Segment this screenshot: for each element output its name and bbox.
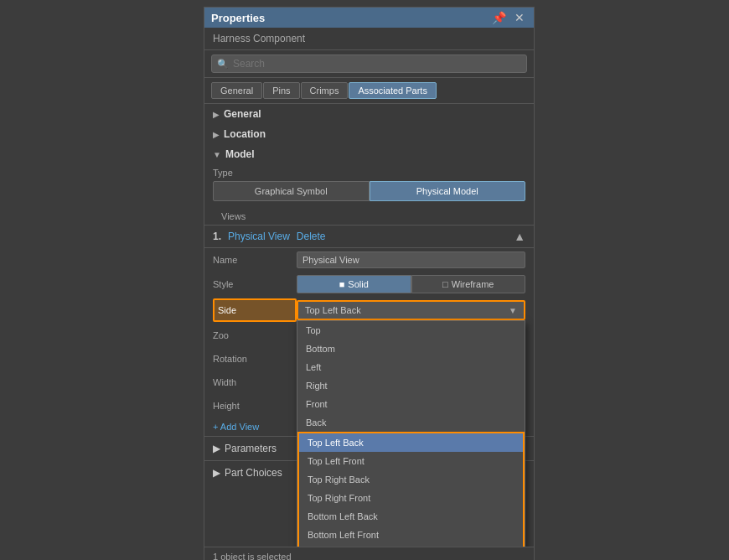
type-buttons: Graphical Symbol Physical Model [213, 181, 525, 201]
model-label: Model [225, 148, 255, 160]
height-label: Height [213, 394, 297, 417]
view-header: 1. Physical View Delete ▲ [204, 225, 534, 248]
parameters-label: Parameters [225, 443, 277, 454]
title-bar: Properties 📌 ✕ [204, 8, 534, 28]
location-label: Location [224, 128, 266, 140]
search-input-wrap: 🔍 [211, 54, 527, 73]
type-btn-physical[interactable]: Physical Model [370, 181, 526, 201]
dropdown-item-top-right-front[interactable]: Top Right Front [299, 489, 523, 507]
side-dropdown-value: Top Left Back [305, 305, 361, 315]
dropdown-item-left[interactable]: Left [297, 358, 525, 376]
close-button[interactable]: ✕ [512, 11, 527, 24]
side-dropdown-wrap: Top Left Back ▼ Top Bottom Left Right Fr… [297, 300, 525, 320]
view-header-left: 1. Physical View Delete [213, 231, 326, 242]
style-label: Style [213, 272, 297, 297]
location-arrow-icon: ▶ [213, 130, 220, 139]
general-label: General [224, 108, 261, 120]
wireframe-icon: □ [442, 279, 448, 289]
title-bar-controls: 📌 ✕ [489, 11, 527, 24]
panel-footer: 1 object is selected [204, 547, 534, 560]
view-delete-btn[interactable]: Delete [297, 231, 326, 242]
search-bar: 🔍 [204, 50, 534, 78]
model-arrow-icon: ▼ [213, 150, 221, 159]
views-label: Views [213, 208, 525, 225]
part-choices-label: Part Choices [225, 467, 282, 479]
rotation-label: Rotation [213, 347, 297, 371]
search-input[interactable] [233, 58, 521, 70]
wireframe-label: Wireframe [452, 279, 494, 289]
dropdown-orange-group: Top Left Back Top Left Front Top Right B… [297, 432, 525, 547]
tab-associated-parts[interactable]: Associated Parts [349, 82, 437, 99]
add-view-label: + Add View [213, 422, 259, 432]
panel-subtitle: Harness Component [204, 28, 534, 50]
dropdown-arrow-icon: ▼ [509, 306, 517, 315]
solid-icon: ■ [339, 279, 345, 289]
dropdown-item-bottom-left-front[interactable]: Bottom Left Front [299, 526, 523, 544]
section-general[interactable]: ▶ General [204, 104, 534, 124]
section-model[interactable]: ▼ Model [204, 144, 534, 164]
style-wireframe-btn[interactable]: □ Wireframe [411, 275, 526, 293]
dropdown-item-right[interactable]: Right [297, 376, 525, 395]
parameters-arrow-icon: ▶ [213, 443, 220, 454]
zoom-label: Zoo [213, 324, 297, 347]
side-label: Side [213, 298, 297, 322]
tab-pins[interactable]: Pins [263, 82, 299, 99]
pin-button[interactable]: 📌 [489, 11, 509, 24]
name-value [297, 248, 525, 272]
part-choices-arrow-icon: ▶ [213, 467, 220, 479]
type-btn-graphical[interactable]: Graphical Symbol [213, 181, 370, 201]
name-field[interactable] [297, 251, 525, 268]
tab-crimps[interactable]: Crimps [301, 82, 349, 99]
style-solid-btn[interactable]: ■ Solid [297, 275, 411, 293]
dropdown-item-front[interactable]: Front [297, 395, 525, 413]
footer-status: 1 object is selected [213, 552, 292, 560]
side-dropdown-btn[interactable]: Top Left Back ▼ [297, 300, 525, 320]
dropdown-item-top[interactable]: Top [297, 321, 525, 340]
dropdown-item-top-right-back[interactable]: Top Right Back [299, 470, 523, 489]
model-section: Type Graphical Symbol Physical Model Vie… [204, 164, 534, 225]
style-value: ■ Solid □ Wireframe [297, 272, 525, 297]
properties-panel: Properties 📌 ✕ Harness Component 🔍 Gener… [204, 7, 535, 560]
name-label: Name [213, 248, 297, 272]
search-icon: 🔍 [217, 59, 229, 70]
dropdown-item-top-left-front[interactable]: Top Left Front [299, 452, 523, 470]
style-buttons: ■ Solid □ Wireframe [297, 275, 525, 293]
view-chevron-icon[interactable]: ▲ [514, 230, 525, 243]
view-num: 1. [213, 231, 221, 242]
dropdown-item-back[interactable]: Back [297, 413, 525, 432]
solid-label: Solid [348, 279, 368, 289]
type-label: Type [213, 164, 525, 181]
general-arrow-icon: ▶ [213, 110, 220, 119]
panel-title: Properties [211, 12, 265, 24]
side-dropdown-list: Top Bottom Left Right Front Back Top Lef… [297, 320, 525, 547]
panel-body: ▶ General ▶ Location ▼ Model Type Graphi… [204, 104, 534, 547]
section-location[interactable]: ▶ Location [204, 124, 534, 144]
dropdown-item-top-left-back[interactable]: Top Left Back [299, 433, 523, 452]
props-grid: Name Style ■ Solid □ Wireframe [204, 248, 534, 417]
side-value: Top Left Back ▼ Top Bottom Left Right Fr… [297, 297, 525, 324]
width-label: Width [213, 371, 297, 394]
tab-general[interactable]: General [211, 82, 262, 99]
view-name-link[interactable]: Physical View [228, 231, 290, 242]
dropdown-item-bottom-left-back[interactable]: Bottom Left Back [299, 507, 523, 526]
tabs-bar: General Pins Crimps Associated Parts [204, 78, 534, 104]
dropdown-item-bottom-right-back[interactable]: Bottom Right Back [299, 544, 523, 547]
dropdown-item-bottom[interactable]: Bottom [297, 340, 525, 358]
